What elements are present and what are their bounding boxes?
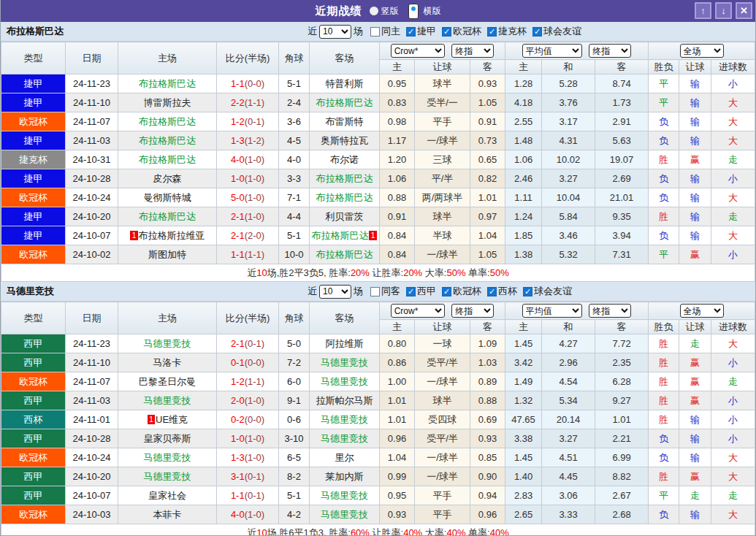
recent-count-select[interactable]: 10 bbox=[319, 25, 351, 39]
league-label: 欧冠杯 bbox=[453, 285, 481, 298]
avg-odds-cell: 1.45 bbox=[505, 448, 542, 467]
away-team-cell: 奥斯特拉瓦 bbox=[310, 131, 380, 150]
summary-part: 场,胜2平3负5, 胜率: bbox=[267, 267, 351, 278]
team-name: 布拉格斯巴达 bbox=[7, 22, 64, 41]
league-checkbox[interactable] bbox=[406, 287, 416, 296]
summary-part: 50% bbox=[490, 267, 509, 278]
summary-part: 60% bbox=[351, 527, 370, 536]
team-link: 巴黎圣日尔曼 bbox=[139, 376, 196, 387]
crow-odds-cell: 1.06 bbox=[380, 169, 415, 188]
crow-odds-cell: 半球 bbox=[415, 226, 470, 245]
summary-part: 单率: bbox=[465, 267, 489, 278]
match-date: 24-11-07 bbox=[66, 112, 118, 131]
avg-odds-cell: 4.51 bbox=[542, 448, 595, 467]
radio-label: 横版 bbox=[424, 5, 441, 18]
league-checkbox[interactable] bbox=[406, 27, 416, 37]
match-row: 西甲24-10-07皇家社会1-1(0-1)5-1马德里竞技0.95平手0.94… bbox=[1, 486, 755, 505]
avg-odds-cell: 4.54 bbox=[542, 372, 595, 391]
radio-icon[interactable] bbox=[370, 7, 378, 15]
league-checkbox[interactable] bbox=[442, 287, 451, 296]
result-cell: 大 bbox=[711, 131, 755, 150]
league-checkbox[interactable] bbox=[523, 287, 532, 296]
crow-odds-cell: 0.80 bbox=[380, 334, 415, 353]
bookmaker-select[interactable]: Crow* bbox=[391, 304, 445, 318]
avg-odds-cell: 1.73 bbox=[595, 93, 649, 112]
match-date: 24-10-07 bbox=[66, 486, 118, 505]
corner-cell: 0-6 bbox=[279, 410, 310, 429]
summary-part: 场,胜6平1负3, 胜率: bbox=[267, 527, 351, 536]
stage-select[interactable]: 终指 bbox=[451, 44, 494, 58]
league-badge: 捷甲 bbox=[1, 226, 66, 245]
match-row: 捷克杯24-10-31布拉格斯巴达4-0(1-0)4-0布尔诺1.20三球0.6… bbox=[1, 150, 755, 169]
result-cell: 输 bbox=[679, 226, 711, 245]
league-checkbox[interactable] bbox=[487, 27, 497, 37]
summary-part: 10 bbox=[256, 527, 267, 536]
fulltime-header: 全场 bbox=[649, 302, 755, 320]
match-row: 欧冠杯24-10-24曼彻斯特城5-0(1-0)7-1布拉格斯巴达0.88两/两… bbox=[1, 188, 755, 207]
avg-odds-cell: 1.38 bbox=[505, 245, 542, 264]
avg-stage-select[interactable]: 终指 bbox=[589, 44, 631, 58]
team-link: 布拉格斯巴达 bbox=[139, 135, 196, 146]
stage-select[interactable]: 终指 bbox=[451, 304, 494, 318]
corner-cell: 5-1 bbox=[279, 226, 310, 245]
radio-icon[interactable] bbox=[408, 4, 419, 19]
match-row: 欧冠杯24-10-03本菲卡4-0(1-0)4-2马德里竞技0.93平手0.96… bbox=[1, 505, 755, 524]
close-icon: ✕ bbox=[740, 6, 748, 15]
average-select[interactable]: 平均值 bbox=[522, 304, 582, 318]
fulltime-select[interactable]: 全场 bbox=[680, 44, 724, 58]
score-cell: 2-2(1-1) bbox=[217, 93, 279, 112]
avg-stage-select[interactable]: 终指 bbox=[589, 304, 631, 318]
crow-odds-cell: 0.93 bbox=[470, 429, 505, 448]
away-team-cell: 莱加内斯 bbox=[310, 467, 380, 486]
average-select[interactable]: 平均值 bbox=[522, 44, 582, 58]
avg-odds-cell: 7.72 bbox=[595, 334, 649, 353]
away-team-cell: 布尔诺 bbox=[310, 150, 380, 169]
crow-odds-cell: 1.09 bbox=[470, 334, 505, 353]
score-cell: 1-0(1-0) bbox=[217, 429, 279, 448]
team-link: UE维克 bbox=[156, 414, 188, 425]
close-button[interactable]: ✕ bbox=[736, 2, 752, 19]
league-checkbox[interactable] bbox=[487, 287, 497, 296]
match-date: 24-10-28 bbox=[66, 169, 118, 188]
match-row: 捷甲24-11-23布拉格斯巴达1-1(0-0)5-1特普利斯0.95球半0.9… bbox=[1, 74, 755, 93]
league-checkbox[interactable] bbox=[442, 27, 451, 37]
score-cell: 4-0(1-0) bbox=[217, 150, 279, 169]
col-let: 让球 bbox=[679, 320, 711, 334]
crow-odds-cell: 0.84 bbox=[380, 226, 415, 245]
same-venue-checkbox[interactable] bbox=[370, 27, 380, 37]
near-label: 近 bbox=[308, 25, 317, 38]
match-row: 西甲24-11-10马洛卡0-1(0-0)7-2马德里竞技0.86受平/半1.0… bbox=[1, 353, 755, 372]
layout-horizontal-radio[interactable]: 横版 bbox=[406, 4, 441, 19]
league-label: 捷甲 bbox=[417, 25, 436, 38]
move-down-button[interactable]: ↓ bbox=[715, 2, 732, 19]
score-cell: 1-3(1-0) bbox=[217, 448, 279, 467]
crow-odds-cell: 0.95 bbox=[380, 74, 415, 93]
result-cell: 大 bbox=[711, 188, 755, 207]
result-cell: 平 bbox=[649, 245, 679, 264]
crow-odds-cell: 1.00 bbox=[380, 372, 415, 391]
layout-vertical-radio[interactable]: 竖版 bbox=[370, 5, 399, 18]
fulltime-select[interactable]: 全场 bbox=[680, 304, 724, 318]
team-link: 布拉格斯巴达 bbox=[139, 116, 196, 127]
same-venue-checkbox[interactable] bbox=[370, 287, 380, 296]
avg-odds-cell: 7.31 bbox=[595, 245, 649, 264]
avg-odds-cell: 2.55 bbox=[505, 112, 542, 131]
result-cell: 负 bbox=[649, 112, 679, 131]
col-crow-home: 主 bbox=[380, 60, 415, 74]
crow-odds-cell: 0.91 bbox=[380, 207, 415, 226]
filter-controls: 近 10 场 同主 捷甲 欧冠杯 捷克杯 球会友谊 bbox=[308, 22, 581, 41]
match-date: 24-11-01 bbox=[66, 410, 118, 429]
crow-odds-cell: 0.91 bbox=[470, 112, 505, 131]
team-link: 布拉格斯巴达 bbox=[316, 192, 373, 203]
filter-bar: 马德里竞技 近 10 场 同客 西甲 欧冠杯 西杯 球会友谊 bbox=[1, 282, 755, 302]
crow-odds-cell: 0.69 bbox=[470, 410, 505, 429]
bookmaker-select[interactable]: Crow* bbox=[391, 44, 445, 58]
col-goals: 进球数 bbox=[711, 60, 755, 74]
move-up-button[interactable]: ↑ bbox=[695, 2, 711, 19]
avg-odds-cell: 3.06 bbox=[542, 486, 595, 505]
result-cell: 平 bbox=[649, 486, 679, 505]
col-avg-draw: 和 bbox=[542, 320, 595, 334]
away-team-cell: 阿拉维斯 bbox=[310, 334, 380, 353]
recent-count-select[interactable]: 10 bbox=[319, 285, 351, 299]
league-checkbox[interactable] bbox=[532, 27, 542, 37]
